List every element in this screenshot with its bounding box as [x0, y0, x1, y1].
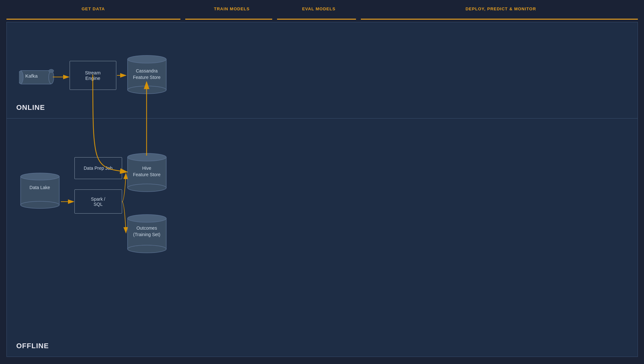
phase-eval-models: EVAL MODELS	[280, 6, 358, 11]
svg-point-18	[128, 215, 166, 222]
data-lake-node: Data Lake	[19, 170, 61, 212]
online-panel: ONLINE Kafka Stream Engine	[6, 22, 638, 119]
offline-label: OFFLINE	[16, 342, 49, 350]
phase-deploy: DEPLOY, PREDICT & MONITOR	[364, 6, 638, 11]
hive-label: Hive Feature Store	[126, 165, 168, 178]
svg-point-17	[128, 245, 166, 253]
svg-point-3	[49, 69, 54, 72]
phase-get-data: GET DATA	[6, 6, 180, 11]
phases-bar: GET DATA TRAIN MODELS EVAL MODELS DEPLOY…	[6, 6, 638, 16]
phase-line-2	[185, 19, 272, 20]
stream-engine-label: Stream Engine	[85, 70, 101, 81]
cassandra-label: Cassandra Feature Store	[126, 68, 168, 81]
phase-lines	[6, 19, 638, 21]
spark-sql-node: Spark / SQL	[74, 189, 122, 214]
svg-point-14	[128, 184, 166, 192]
phase-line-3	[277, 19, 356, 20]
svg-point-6	[128, 55, 166, 63]
outcomes-label: Outcomes (Training Set)	[126, 225, 168, 238]
data-prep-node: Data Prep Job	[74, 157, 122, 179]
stream-engine-node: Stream Engine	[70, 61, 116, 90]
svg-rect-10	[21, 177, 59, 205]
svg-point-2	[49, 71, 54, 84]
svg-point-12	[21, 173, 59, 180]
phase-line-4	[361, 19, 638, 20]
kafka-label: Kafka	[25, 73, 38, 79]
svg-point-1	[19, 71, 23, 84]
offline-arrows	[7, 119, 638, 357]
main-container: GET DATA TRAIN MODELS EVAL MODELS DEPLOY…	[6, 6, 638, 358]
phase-train-models: TRAIN MODELS	[190, 6, 274, 11]
svg-point-5	[128, 86, 166, 94]
phase-line-1	[6, 19, 180, 20]
offline-panel: OFFLINE Data Lake Data Prep Job Spark / …	[6, 119, 638, 357]
spark-sql-label: Spark / SQL	[91, 196, 105, 207]
svg-point-11	[21, 201, 59, 208]
hive-node: Hive Feature Store	[126, 149, 168, 194]
cassandra-node: Cassandra Feature Store	[126, 51, 168, 96]
kafka-node: Kafka	[19, 64, 58, 90]
outcomes-node: Outcomes (Training Set)	[126, 210, 168, 255]
svg-point-15	[128, 153, 166, 161]
data-lake-label: Data Lake	[19, 185, 61, 190]
data-prep-label: Data Prep Job	[84, 166, 113, 171]
online-label: ONLINE	[16, 103, 45, 112]
